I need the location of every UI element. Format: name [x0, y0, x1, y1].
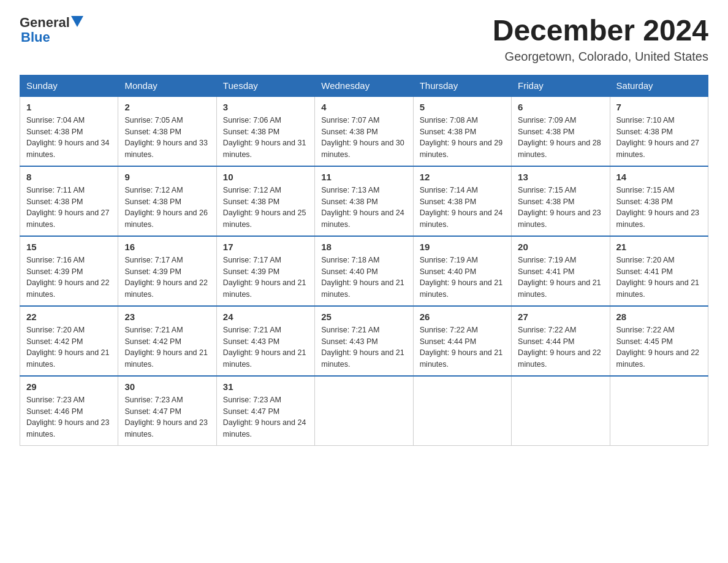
sunrise-label: Sunrise: 7:20 AM — [616, 256, 675, 264]
day-info: Sunrise: 7:12 AM Sunset: 4:38 PM Dayligh… — [223, 185, 308, 231]
sunset-label: Sunset: 4:42 PM — [26, 337, 83, 346]
day-number: 6 — [518, 102, 603, 112]
daylight-label: Daylight: 9 hours and 21 minutes. — [321, 278, 404, 299]
sunset-label: Sunset: 4:40 PM — [321, 267, 377, 276]
sunset-label: Sunset: 4:38 PM — [420, 197, 476, 206]
day-info: Sunrise: 7:22 AM Sunset: 4:45 PM Dayligh… — [616, 324, 702, 370]
calendar-header-monday: Monday — [118, 75, 216, 96]
daylight-label: Daylight: 9 hours and 27 minutes. — [616, 139, 700, 159]
day-info: Sunrise: 7:22 AM Sunset: 4:44 PM Dayligh… — [420, 324, 505, 370]
calendar-table: SundayMondayTuesdayWednesdayThursdayFrid… — [20, 75, 708, 446]
day-info: Sunrise: 7:23 AM Sunset: 4:47 PM Dayligh… — [124, 394, 210, 440]
sunrise-label: Sunrise: 7:21 AM — [321, 326, 379, 334]
daylight-label: Daylight: 9 hours and 21 minutes. — [518, 278, 601, 299]
sunset-label: Sunset: 4:38 PM — [223, 128, 279, 136]
daylight-label: Daylight: 9 hours and 31 minutes. — [223, 139, 306, 159]
calendar-cell: 18 Sunrise: 7:18 AM Sunset: 4:40 PM Dayl… — [315, 236, 413, 306]
sunset-label: Sunset: 4:45 PM — [616, 337, 673, 346]
sunset-label: Sunset: 4:43 PM — [223, 337, 279, 346]
day-number: 12 — [420, 172, 505, 182]
day-info: Sunrise: 7:17 AM Sunset: 4:39 PM Dayligh… — [124, 255, 210, 301]
sunset-label: Sunset: 4:38 PM — [124, 128, 181, 136]
calendar-header-saturday: Saturday — [610, 75, 708, 96]
daylight-label: Daylight: 9 hours and 21 minutes. — [223, 278, 306, 299]
sunrise-label: Sunrise: 7:23 AM — [124, 396, 183, 404]
calendar-cell: 25 Sunrise: 7:21 AM Sunset: 4:43 PM Dayl… — [315, 306, 413, 376]
daylight-label: Daylight: 9 hours and 29 minutes. — [420, 139, 503, 159]
day-number: 18 — [321, 242, 406, 252]
sunset-label: Sunset: 4:43 PM — [321, 337, 377, 346]
calendar-cell: 7 Sunrise: 7:10 AM Sunset: 4:38 PM Dayli… — [610, 96, 708, 166]
sunrise-label: Sunrise: 7:11 AM — [26, 186, 85, 194]
sunset-label: Sunset: 4:38 PM — [518, 128, 574, 136]
sunset-label: Sunset: 4:41 PM — [518, 267, 574, 276]
calendar-week-1: 1 Sunrise: 7:04 AM Sunset: 4:38 PM Dayli… — [20, 96, 708, 166]
sunrise-label: Sunrise: 7:21 AM — [223, 326, 281, 334]
calendar-week-4: 22 Sunrise: 7:20 AM Sunset: 4:42 PM Dayl… — [20, 306, 708, 376]
sunset-label: Sunset: 4:38 PM — [518, 197, 574, 206]
day-info: Sunrise: 7:17 AM Sunset: 4:39 PM Dayligh… — [223, 255, 308, 301]
title-area: December 2024 Georgetown, Colorado, Unit… — [493, 15, 708, 64]
day-number: 29 — [26, 381, 112, 392]
calendar-cell: 24 Sunrise: 7:21 AM Sunset: 4:43 PM Dayl… — [216, 306, 314, 376]
sunset-label: Sunset: 4:38 PM — [616, 128, 673, 136]
calendar-cell: 11 Sunrise: 7:13 AM Sunset: 4:38 PM Dayl… — [315, 166, 413, 236]
sunrise-label: Sunrise: 7:08 AM — [420, 116, 478, 124]
daylight-label: Daylight: 9 hours and 21 minutes. — [321, 348, 404, 369]
day-info: Sunrise: 7:11 AM Sunset: 4:38 PM Dayligh… — [26, 185, 112, 231]
sunset-label: Sunset: 4:38 PM — [420, 128, 476, 136]
calendar-cell — [413, 376, 511, 446]
day-number: 31 — [223, 381, 308, 392]
sunrise-label: Sunrise: 7:17 AM — [223, 256, 281, 264]
sunset-label: Sunset: 4:47 PM — [223, 407, 279, 416]
day-info: Sunrise: 7:15 AM Sunset: 4:38 PM Dayligh… — [518, 185, 603, 231]
daylight-label: Daylight: 9 hours and 23 minutes. — [616, 209, 700, 229]
daylight-label: Daylight: 9 hours and 24 minutes. — [420, 209, 503, 229]
calendar-header-sunday: Sunday — [20, 75, 118, 96]
daylight-label: Daylight: 9 hours and 33 minutes. — [124, 139, 208, 159]
day-number: 25 — [321, 312, 406, 322]
day-info: Sunrise: 7:07 AM Sunset: 4:38 PM Dayligh… — [321, 115, 406, 161]
sunrise-label: Sunrise: 7:10 AM — [616, 116, 675, 124]
calendar-cell: 9 Sunrise: 7:12 AM Sunset: 4:38 PM Dayli… — [118, 166, 216, 236]
day-info: Sunrise: 7:06 AM Sunset: 4:38 PM Dayligh… — [223, 115, 308, 161]
sunrise-label: Sunrise: 7:22 AM — [420, 326, 478, 334]
calendar-cell: 5 Sunrise: 7:08 AM Sunset: 4:38 PM Dayli… — [413, 96, 511, 166]
calendar-cell: 31 Sunrise: 7:23 AM Sunset: 4:47 PM Dayl… — [216, 376, 314, 446]
calendar-cell: 2 Sunrise: 7:05 AM Sunset: 4:38 PM Dayli… — [118, 96, 216, 166]
day-number: 26 — [420, 312, 505, 322]
sunrise-label: Sunrise: 7:22 AM — [616, 326, 675, 334]
location-title: Georgetown, Colorado, United States — [493, 50, 708, 64]
day-number: 15 — [26, 242, 112, 252]
calendar-header-row: SundayMondayTuesdayWednesdayThursdayFrid… — [20, 75, 708, 96]
sunset-label: Sunset: 4:38 PM — [616, 197, 673, 206]
day-info: Sunrise: 7:21 AM Sunset: 4:43 PM Dayligh… — [223, 324, 308, 370]
day-info: Sunrise: 7:16 AM Sunset: 4:39 PM Dayligh… — [26, 255, 112, 301]
calendar-cell — [610, 376, 708, 446]
calendar-week-5: 29 Sunrise: 7:23 AM Sunset: 4:46 PM Dayl… — [20, 376, 708, 446]
sunset-label: Sunset: 4:47 PM — [124, 407, 181, 416]
sunrise-label: Sunrise: 7:22 AM — [518, 326, 576, 334]
day-info: Sunrise: 7:19 AM Sunset: 4:41 PM Dayligh… — [518, 255, 603, 301]
day-info: Sunrise: 7:19 AM Sunset: 4:40 PM Dayligh… — [420, 255, 505, 301]
sunrise-label: Sunrise: 7:07 AM — [321, 116, 379, 124]
daylight-label: Daylight: 9 hours and 23 minutes. — [518, 209, 601, 229]
day-info: Sunrise: 7:23 AM Sunset: 4:47 PM Dayligh… — [223, 394, 308, 440]
day-number: 13 — [518, 172, 603, 182]
sunrise-label: Sunrise: 7:12 AM — [124, 186, 183, 194]
calendar-cell: 3 Sunrise: 7:06 AM Sunset: 4:38 PM Dayli… — [216, 96, 314, 166]
sunset-label: Sunset: 4:40 PM — [420, 267, 476, 276]
sunrise-label: Sunrise: 7:15 AM — [616, 186, 675, 194]
day-info: Sunrise: 7:15 AM Sunset: 4:38 PM Dayligh… — [616, 185, 702, 231]
sunrise-label: Sunrise: 7:13 AM — [321, 186, 379, 194]
day-number: 30 — [124, 381, 210, 392]
sunset-label: Sunset: 4:39 PM — [223, 267, 279, 276]
day-info: Sunrise: 7:21 AM Sunset: 4:42 PM Dayligh… — [124, 324, 210, 370]
sunrise-label: Sunrise: 7:15 AM — [518, 186, 576, 194]
sunrise-label: Sunrise: 7:19 AM — [518, 256, 576, 264]
calendar-header-friday: Friday — [512, 75, 610, 96]
daylight-label: Daylight: 9 hours and 21 minutes. — [420, 348, 503, 369]
day-number: 28 — [616, 312, 702, 322]
calendar-cell: 17 Sunrise: 7:17 AM Sunset: 4:39 PM Dayl… — [216, 236, 314, 306]
sunset-label: Sunset: 4:38 PM — [321, 197, 377, 206]
